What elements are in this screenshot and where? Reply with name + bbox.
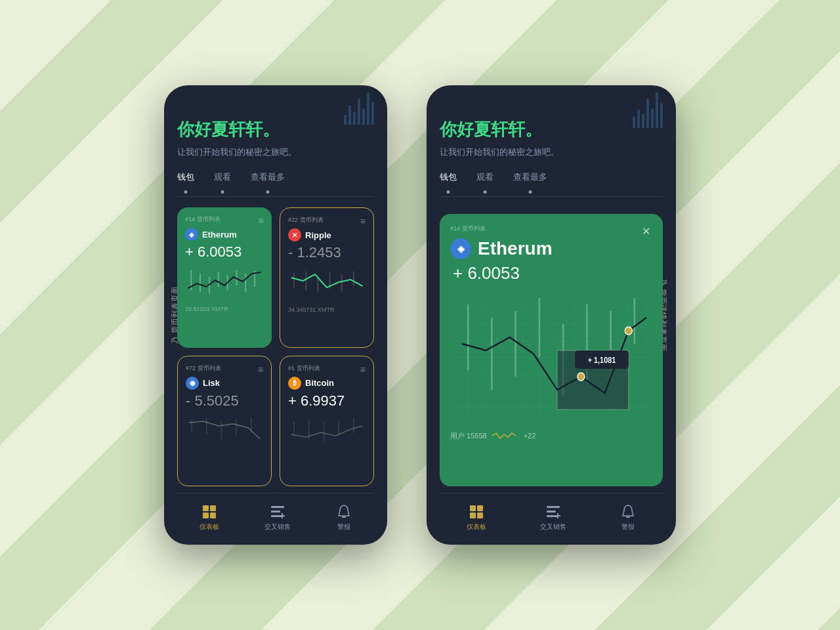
header-chart-bars — [344, 92, 374, 125]
card-lisk-value: - 5.5025 — [186, 392, 263, 410]
svg-rect-53 — [547, 511, 556, 513]
alert-icon-left — [336, 504, 352, 520]
nav-dashboard-label-right: 仪表板 — [467, 522, 486, 532]
card-ripple-name: Ripple — [305, 230, 331, 240]
card-lisk-header: ◉ Lisk — [186, 377, 263, 390]
detail-close-button[interactable]: ✕ — [638, 223, 654, 239]
etherum-mini-chart — [185, 267, 264, 297]
cross-sell-icon-right — [545, 504, 561, 520]
cards-grid: #14 货币列表 ≡ ◈ Etherum + 6.0053 — [177, 207, 374, 486]
card-bitcoin-header: ₿ Bitcoin — [288, 377, 366, 390]
card-lisk-name: Lisk — [203, 378, 220, 388]
tab-watch-right[interactable]: 观看 — [476, 171, 494, 188]
nav-cross-sell-label-right: 交叉销售 — [540, 522, 566, 532]
svg-point-44 — [578, 373, 585, 381]
card-bitcoin-value: + 6.9937 — [288, 392, 366, 410]
btc-icon: ₿ — [288, 377, 301, 390]
card-menu-icon: ≡ — [259, 215, 264, 226]
xrp-icon: ✕ — [288, 228, 301, 242]
svg-text:+ 1,1081: + 1,1081 — [588, 356, 616, 365]
svg-rect-24 — [203, 505, 209, 511]
greeting-title-right: 你好夏轩轩。 — [440, 118, 663, 141]
detail-eth-icon: ◈ — [450, 238, 471, 259]
detail-card[interactable]: #14 货币列表 ✕ ◈ Etherum + 6.0053 — [440, 214, 663, 486]
detail-chart-svg: + 1,1081 — [450, 291, 652, 423]
svg-rect-52 — [547, 506, 560, 508]
svg-rect-27 — [210, 513, 216, 518]
bottom-nav-right: 仪表板 交叉销售 警报 — [440, 493, 663, 532]
card-etherum-header: ◈ Etherum — [185, 228, 264, 241]
card-ripple[interactable]: #22 货币列表 ≡ ✕ Ripple - 1.2453 34.345731 X… — [280, 207, 374, 348]
card-lisk-menu: ≡ — [258, 364, 263, 375]
card-etherum[interactable]: #14 货币列表 ≡ ◈ Etherum + 6.0053 — [177, 207, 272, 348]
card-ripple-bottom: 34.345731 XMTR — [288, 306, 366, 313]
card-ripple-menu: ≡ — [360, 216, 366, 226]
nav-alert-left[interactable]: 警报 — [336, 504, 352, 532]
detail-coin-value: + 6.0053 — [450, 263, 652, 284]
bitcoin-mini-chart — [288, 416, 366, 446]
detail-wave-icon — [492, 430, 518, 441]
dashboard-icon-right — [469, 504, 484, 520]
ripple-mini-chart — [288, 268, 366, 297]
svg-rect-25 — [210, 505, 216, 511]
tabs-left: 钱包 观看 查看最多 — [177, 171, 374, 197]
card-bitcoin-menu: ≡ — [360, 364, 366, 375]
card-bitcoin-tag: #1 货币列表 — [288, 364, 366, 373]
detail-coin-header: ◈ Etherum — [450, 238, 652, 259]
card-ripple-tag: #22 货币列表 — [288, 216, 366, 224]
detail-footer: 用户 15658 +22 — [450, 430, 652, 441]
alert-icon-right — [620, 504, 636, 520]
card-bitcoin[interactable]: #1 货币列表 ≡ ₿ Bitcoin + 6.9937 — [280, 356, 374, 487]
dashboard-icon-left — [201, 504, 217, 520]
nav-cross-sell-right[interactable]: 交叉销售 — [540, 504, 566, 532]
card-etherum-tag: #14 货币列表 — [185, 215, 264, 224]
bottom-nav-left: 仪表板 交叉销售 警报 — [177, 493, 374, 532]
right-phone: 乃 货币详情列表页面 你好夏轩轩。 让我们开始我们的秘密之旅吧。 钱包 观看 — [427, 85, 676, 545]
left-phone: 乃 货币列表页面 你好夏轩轩。 让我们开始我们的秘密之旅吧。 钱包 观看 查 — [164, 85, 387, 545]
lsk-icon: ◉ — [186, 377, 199, 390]
card-etherum-name: Etherum — [202, 230, 237, 240]
lisk-mini-chart — [186, 416, 263, 446]
svg-rect-29 — [271, 511, 280, 513]
greeting-sub-left: 让我们开始我们的秘密之旅吧。 — [177, 146, 374, 158]
nav-alert-label-right: 警报 — [621, 522, 635, 532]
card-bitcoin-name: Bitcoin — [305, 378, 334, 388]
card-etherum-value: + 6.0053 — [185, 243, 264, 261]
tab-most-left[interactable]: 查看最多 — [251, 171, 285, 188]
svg-rect-26 — [203, 513, 209, 518]
tab-most-right[interactable]: 查看最多 — [513, 171, 547, 188]
detail-coin-name: Etherum — [478, 238, 553, 259]
tabs-right: 钱包 观看 查看最多 — [440, 171, 663, 197]
nav-alert-label-left: 警报 — [337, 522, 350, 532]
card-ripple-value: - 1.2453 — [288, 244, 366, 261]
eth-icon: ◈ — [185, 228, 198, 241]
tab-wallet-left[interactable]: 钱包 — [177, 171, 194, 188]
detail-chart-container: + 1,1081 — [450, 291, 652, 423]
svg-rect-50 — [470, 513, 476, 518]
greeting-sub-right: 让我们开始我们的秘密之旅吧。 — [440, 146, 663, 158]
tab-wallet-right[interactable]: 钱包 — [440, 171, 457, 188]
nav-cross-sell-label-left: 交叉销售 — [264, 522, 291, 532]
nav-dashboard-right[interactable]: 仪表板 — [467, 504, 486, 532]
cross-sell-icon-left — [270, 504, 285, 520]
detail-card-tag: #14 货币列表 — [450, 224, 652, 233]
nav-cross-sell-left[interactable]: 交叉销售 — [264, 504, 291, 532]
nav-dashboard-label-left: 仪表板 — [200, 522, 219, 532]
nav-dashboard-left[interactable]: 仪表板 — [200, 504, 219, 532]
card-etherum-bottom: 29.81003 XMTR — [185, 306, 264, 312]
svg-rect-49 — [477, 505, 483, 511]
card-lisk[interactable]: #72 货币列表 ≡ ◉ Lisk - 5.5025 — [177, 356, 272, 487]
card-ripple-header: ✕ Ripple — [288, 228, 366, 242]
svg-rect-51 — [477, 513, 483, 518]
svg-rect-48 — [470, 505, 476, 511]
detail-users: 用户 15658 — [450, 431, 487, 441]
card-lisk-tag: #72 货币列表 — [186, 364, 263, 373]
svg-rect-28 — [271, 506, 284, 508]
detail-count: +22 — [524, 432, 536, 440]
svg-point-45 — [625, 327, 632, 335]
nav-alert-right[interactable]: 警报 — [620, 504, 636, 532]
right-header-chart — [633, 92, 663, 128]
tab-watch-left[interactable]: 观看 — [214, 171, 231, 188]
